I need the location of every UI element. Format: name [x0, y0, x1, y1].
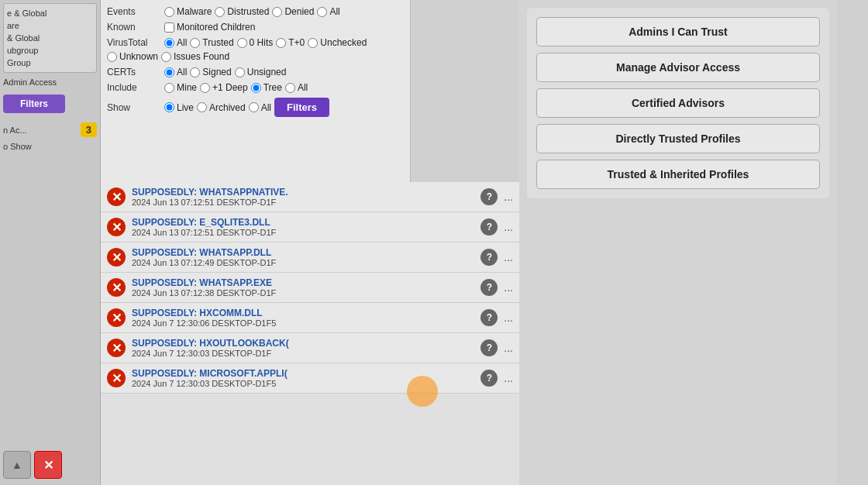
- filters-apply-button[interactable]: Filters: [274, 98, 329, 117]
- list-item-meta: 2024 Jun 7 12:30:03 DESKTOP-D1F5: [132, 379, 474, 388]
- list-item[interactable]: ✕ SUPPOSEDLY: WHATSAPP.EXE 2024 Jun 13 0…: [101, 273, 519, 303]
- close-icon[interactable]: ✕: [34, 451, 62, 479]
- list-item[interactable]: ✕ SUPPOSEDLY: WHATSAPPNATIVE. 2024 Jun 1…: [101, 182, 519, 212]
- include-mine-option[interactable]: Mine: [164, 82, 197, 93]
- include-1deep-radio[interactable]: [200, 83, 210, 93]
- all-events-radio[interactable]: [317, 7, 327, 17]
- list-item[interactable]: ✕ SUPPOSEDLY: HXCOMM.DLL 2024 Jun 7 12:3…: [101, 303, 519, 333]
- denied-option[interactable]: Denied: [272, 6, 314, 17]
- malware-option[interactable]: Malware: [164, 6, 212, 17]
- show-all-option[interactable]: All: [249, 102, 271, 113]
- vt-all-radio[interactable]: [164, 38, 174, 48]
- vt-issues-radio[interactable]: [161, 52, 171, 62]
- ellipsis-button[interactable]: ...: [504, 342, 513, 354]
- vt-t0-radio[interactable]: [276, 38, 286, 48]
- ellipsis-button[interactable]: ...: [504, 221, 513, 233]
- vt-all-option[interactable]: All: [164, 37, 187, 48]
- list-item-text: SUPPOSEDLY: HXCOMM.DLL 2024 Jun 7 12:30:…: [132, 308, 474, 328]
- list-item[interactable]: ✕ SUPPOSEDLY: WHATSAPP.DLL 2024 Jun 13 0…: [101, 242, 519, 273]
- monitored-children-checkbox[interactable]: [164, 22, 174, 33]
- info-icon[interactable]: ?: [480, 249, 498, 266]
- list-item[interactable]: ✕ SUPPOSEDLY: MICROSOFT.APPLI( 2024 Jun …: [101, 363, 519, 394]
- info-icon[interactable]: ?: [480, 370, 498, 387]
- list-item[interactable]: ✕ SUPPOSEDLY: E_SQLITE3.DLL 2024 Jun 13 …: [101, 212, 519, 242]
- known-row: Known Monitored Children: [107, 20, 404, 34]
- ellipsis-button[interactable]: ...: [504, 372, 513, 384]
- admins-can-trust-button[interactable]: Admins I Can Trust: [536, 17, 820, 46]
- list-item-meta: 2024 Jun 13 07:12:51 DESKTOP-D1F: [132, 228, 474, 237]
- vt-unchecked-option[interactable]: Unchecked: [308, 37, 367, 48]
- list-item-text: SUPPOSEDLY: E_SQLITE3.DLL 2024 Jun 13 07…: [132, 217, 474, 237]
- events-label: Events: [107, 6, 161, 17]
- list-item[interactable]: ✕ SUPPOSEDLY: HXOUTLOOKBACK( 2024 Jun 7 …: [101, 333, 519, 363]
- info-icon[interactable]: ?: [480, 309, 498, 326]
- show-live-option[interactable]: Live: [164, 102, 194, 113]
- filters-button-left[interactable]: Filters: [3, 95, 65, 113]
- vt-trusted-radio[interactable]: [190, 38, 200, 48]
- certs-all-option[interactable]: All: [164, 67, 187, 77]
- virustotal-row: VirusTotal All Trusted 0 Hits T+0 Unchec…: [107, 36, 404, 64]
- left-panel-box: e & Global are & Global ubgroup Group: [3, 3, 97, 73]
- list-item-text: SUPPOSEDLY: HXOUTLOOKBACK( 2024 Jun 7 12…: [132, 338, 474, 358]
- trusted-inherited-profiles-button[interactable]: Trusted & Inherited Profiles: [536, 160, 820, 189]
- subgroup-label: ubgroup: [7, 44, 93, 57]
- monitored-children-option[interactable]: Monitored Children: [164, 22, 255, 33]
- list-item-name: SUPPOSEDLY: MICROSOFT.APPLI(: [132, 368, 474, 379]
- directly-trusted-profiles-button[interactable]: Directly Trusted Profiles: [536, 124, 820, 153]
- include-1deep-option[interactable]: +1 Deep: [200, 82, 248, 93]
- list-item-text: SUPPOSEDLY: WHATSAPPNATIVE. 2024 Jun 13 …: [132, 187, 474, 207]
- include-all-option[interactable]: All: [285, 82, 308, 93]
- certs-all-radio[interactable]: [164, 67, 174, 77]
- certs-signed-radio[interactable]: [190, 67, 200, 77]
- left-panel: e & Global are & Global ubgroup Group Ad…: [0, 0, 101, 485]
- manage-advisor-access-button[interactable]: Manage Advisor Access: [536, 53, 820, 82]
- certs-signed-option[interactable]: Signed: [190, 67, 231, 77]
- distrusted-option[interactable]: Distrusted: [215, 6, 269, 17]
- list-item-name: SUPPOSEDLY: WHATSAPPNATIVE.: [132, 187, 474, 198]
- list-item-text: SUPPOSEDLY: MICROSOFT.APPLI( 2024 Jun 7 …: [132, 368, 474, 388]
- certified-advisors-button[interactable]: Certified Advisors: [536, 88, 820, 118]
- ellipsis-button[interactable]: ...: [504, 251, 513, 263]
- vt-0hits-option[interactable]: 0 Hits: [237, 37, 274, 48]
- global-label-2: & Global: [7, 32, 93, 44]
- info-icon[interactable]: ?: [480, 188, 498, 205]
- certs-unsigned-radio[interactable]: [235, 67, 245, 77]
- admin-access-label: Admin Access: [3, 76, 97, 88]
- vt-unknown-option[interactable]: Unknown: [107, 51, 158, 62]
- up-icon[interactable]: ▲: [3, 451, 31, 479]
- info-icon[interactable]: ?: [480, 279, 498, 296]
- include-mine-radio[interactable]: [164, 83, 174, 93]
- include-tree-radio[interactable]: [251, 83, 261, 93]
- include-tree-option[interactable]: Tree: [251, 82, 282, 93]
- error-icon: ✕: [107, 339, 126, 357]
- ellipsis-button[interactable]: ...: [504, 281, 513, 294]
- all-events-option[interactable]: All: [317, 6, 339, 17]
- vt-unknown-radio[interactable]: [107, 52, 117, 62]
- global-label-1: e & Global: [7, 7, 93, 19]
- error-icon: ✕: [107, 278, 126, 297]
- show-live-radio[interactable]: [164, 102, 174, 112]
- n-ac-row: n Ac... 3: [3, 122, 97, 137]
- to-show-label: o Show: [3, 140, 97, 153]
- ellipsis-button[interactable]: ...: [504, 311, 513, 324]
- vt-trusted-option[interactable]: Trusted: [190, 37, 233, 48]
- denied-radio[interactable]: [272, 7, 282, 17]
- malware-radio[interactable]: [164, 7, 174, 17]
- n-ac-text: n Ac...: [3, 126, 27, 135]
- vt-unchecked-radio[interactable]: [308, 38, 318, 48]
- certs-unsigned-option[interactable]: Unsigned: [235, 67, 287, 77]
- info-icon[interactable]: ?: [480, 339, 498, 356]
- vt-issues-option[interactable]: Issues Found: [161, 51, 229, 62]
- list-item-text: SUPPOSEDLY: WHATSAPP.EXE 2024 Jun 13 07:…: [132, 277, 474, 298]
- show-all-radio[interactable]: [249, 102, 259, 112]
- vt-0hits-radio[interactable]: [237, 38, 247, 48]
- info-icon[interactable]: ?: [480, 218, 498, 236]
- show-row: Show Live Archived All Filters: [107, 96, 404, 119]
- show-archived-radio[interactable]: [197, 102, 207, 112]
- distrusted-radio[interactable]: [215, 7, 225, 17]
- list-item-name: SUPPOSEDLY: WHATSAPP.EXE: [132, 277, 474, 288]
- ellipsis-button[interactable]: ...: [504, 191, 513, 203]
- include-all-radio[interactable]: [285, 83, 295, 93]
- show-archived-option[interactable]: Archived: [197, 102, 246, 113]
- vt-t0-option[interactable]: T+0: [276, 37, 305, 48]
